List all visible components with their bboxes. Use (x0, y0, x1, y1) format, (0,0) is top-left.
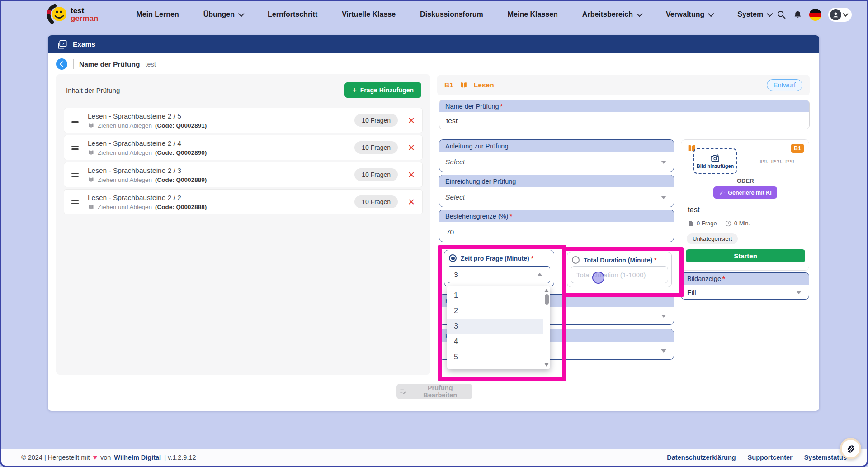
dropdown-option-4[interactable]: 4 (447, 334, 543, 349)
camera-plus-icon (711, 154, 720, 162)
nav-item-label: Mein Lernen (136, 10, 179, 19)
required-mark: * (722, 275, 725, 282)
nav-item-label: Lernfortschritt (268, 10, 317, 19)
book-icon (88, 149, 94, 156)
add-image-label: Bild hinzufügen (697, 163, 734, 169)
nav-item-uebungen[interactable]: Übungen (203, 10, 243, 19)
nav-item-lernfortschritt[interactable]: Lernfortschritt (268, 10, 317, 19)
nav-item-label: Virtuelle Klasse (342, 10, 396, 19)
footer-link-datenschutz[interactable]: Datenschutzerklärung (667, 454, 736, 461)
delete-question-button[interactable]: ✕ (408, 171, 415, 179)
notifications-bell-icon[interactable] (793, 10, 802, 19)
nav-item-virtuelle-klasse[interactable]: Virtuelle Klasse (342, 10, 396, 19)
exam-name-input[interactable] (445, 116, 769, 125)
chevron-down-icon (661, 315, 666, 318)
chevron-up-icon (537, 273, 542, 276)
avatar (830, 9, 841, 20)
nav-item-meine-klassen[interactable]: Meine Klassen (508, 10, 558, 19)
footer-links: Datenschutzerklärung Supportcenter Syste… (667, 454, 847, 461)
chevron-down-icon (708, 10, 714, 17)
delete-question-button[interactable]: ✕ (408, 143, 415, 152)
search-icon[interactable] (777, 10, 786, 19)
breadcrumb: Name der Prüfung test (56, 58, 156, 70)
drag-handle-icon[interactable] (71, 146, 79, 150)
user-menu[interactable] (828, 8, 852, 22)
footer: © 2024 | Hergestellt mit ♥ von Wilhelm D… (1, 449, 867, 466)
dropdown-option-2[interactable]: 2 (447, 303, 543, 319)
book-icon (88, 176, 94, 183)
label-text: Total Duration (Minute) (584, 257, 652, 264)
einreichung-select[interactable]: Select (439, 187, 674, 207)
delete-question-button[interactable]: ✕ (408, 116, 415, 125)
exam-question-icon: ? (57, 39, 67, 50)
anleitung-select[interactable]: Select (439, 152, 674, 172)
nav-item-system[interactable]: System (737, 10, 772, 19)
level-badge: B1 (791, 144, 804, 153)
question-count-badge: 10 Fragen (354, 168, 398, 181)
nav-item-mein-lernen[interactable]: Mein Lernen (136, 10, 179, 19)
required-mark: * (654, 257, 656, 264)
question-title: Lesen - Sprachbausteine 2 / 3 (88, 167, 207, 175)
scrollbar-thumb[interactable] (545, 294, 549, 305)
dropdown-option-1[interactable]: 1 (447, 288, 543, 303)
nav-item-diskussionsforum[interactable]: Diskussionsforum (420, 10, 483, 19)
back-button[interactable] (56, 58, 67, 70)
bestehensgrenze-input[interactable] (445, 228, 647, 237)
scroll-up-icon[interactable] (544, 289, 549, 292)
category-badge: Unkategorisiert (687, 233, 738, 244)
nav-item-verwaltung[interactable]: Verwaltung (666, 10, 713, 19)
book-icon (459, 81, 468, 90)
chevron-down-icon (637, 10, 643, 17)
nav-item-arbeitsbereich[interactable]: Arbeitsbereich (582, 10, 642, 19)
panel-title: Inhalt der Prüfung (66, 86, 120, 94)
dropdown-scrollbar[interactable] (543, 286, 550, 369)
total-duration-radio[interactable] (572, 256, 580, 264)
language-flag-german[interactable] (809, 9, 821, 21)
floating-chat-button[interactable] (840, 438, 861, 459)
footer-link-systemstatus[interactable]: Systemstatus (804, 454, 847, 461)
book-icon (88, 204, 94, 210)
add-image-button[interactable]: Bild hinzufügen (693, 148, 737, 174)
question-count-badge: 10 Fragen (354, 114, 398, 127)
add-question-button[interactable]: + Frage Hinzufügen (344, 82, 421, 98)
breadcrumb-value: test (145, 61, 156, 68)
question-text: Lesen - Sprachbausteine 2 / 3 Ziehen und… (88, 167, 207, 183)
scroll-down-icon[interactable] (544, 363, 549, 367)
time-per-question-select[interactable]: 3 (448, 266, 550, 283)
field-label: Anleitung zur Prüfung (439, 140, 674, 152)
selected-value: Fill (687, 288, 696, 296)
chevron-down-icon (661, 161, 666, 164)
dropdown-option-5[interactable]: 5 (447, 349, 543, 365)
company-link[interactable]: Wilhelm Digital (114, 454, 161, 461)
brand-logo[interactable]: test german (47, 4, 98, 25)
question-row: Lesen - Sprachbausteine 2 / 4 Ziehen und… (64, 135, 423, 160)
einreichung-group: Einreichung der Prüfung Select (439, 175, 674, 207)
question-stat: 0 Frage (688, 220, 717, 227)
breadcrumb-label: Name der Prüfung (79, 60, 140, 68)
book-icon (88, 122, 94, 129)
delete-question-button[interactable]: ✕ (408, 198, 415, 206)
page-title: Exams (73, 40, 95, 48)
question-actions: 10 Fragen ✕ (354, 141, 415, 154)
exam-meta-band: B1 Lesen Entwurf (437, 75, 810, 95)
edit-exam-button[interactable]: Prüfung Bearbeiten (396, 384, 472, 399)
question-subtitle: Ziehen und Ablegen (Code: Q0002889) (88, 176, 207, 183)
drag-handle-icon[interactable] (71, 119, 79, 123)
user-icon (832, 11, 840, 19)
bildanzeige-select[interactable]: Fill (681, 285, 809, 300)
minutes-stat-label: 0 Min. (734, 220, 750, 227)
question-list: Lesen - Sprachbausteine 2 / 5 Ziehen und… (64, 108, 423, 214)
total-duration-input[interactable] (571, 266, 668, 283)
generate-with-ai-button[interactable]: Generiere mit KI (713, 186, 777, 199)
footer-link-support[interactable]: Supportcenter (748, 454, 793, 461)
brand-line2: german (71, 14, 98, 22)
dropdown-option-3-selected[interactable]: 3 (447, 319, 543, 334)
app-root: test german Mein Lernen Übungen Lernfort… (0, 0, 868, 467)
start-button[interactable]: Starten (686, 249, 805, 262)
time-per-question-radio[interactable] (449, 254, 457, 262)
exams-header-bar: ? Exams (48, 35, 819, 53)
drag-handle-icon[interactable] (71, 200, 79, 204)
drag-handle-icon[interactable] (71, 173, 79, 177)
copyright-text: © 2024 | Hergestellt mit (21, 454, 90, 461)
question-title: Lesen - Sprachbausteine 2 / 4 (88, 139, 207, 148)
